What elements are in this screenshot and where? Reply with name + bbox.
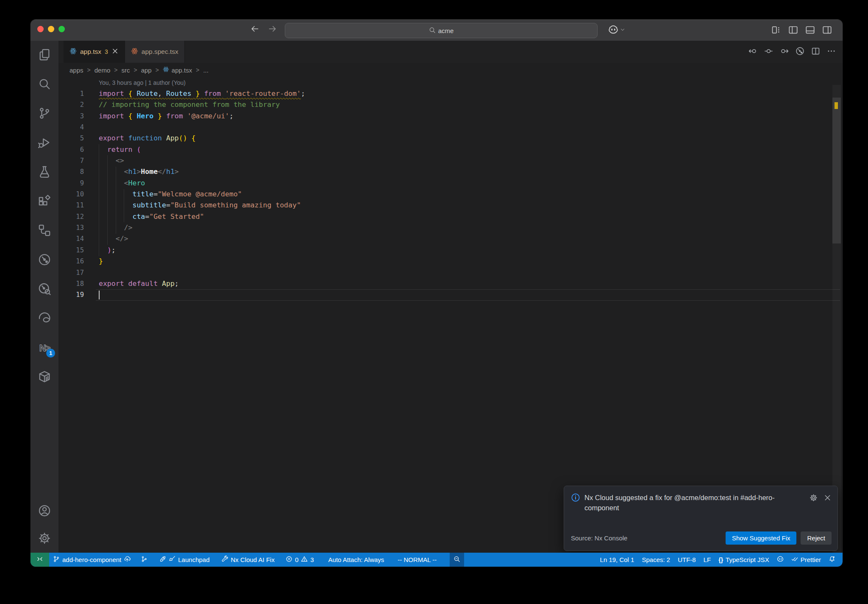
status-remote-indicator[interactable] [31, 553, 49, 567]
graph-icon [141, 556, 147, 564]
activity-containers[interactable] [31, 363, 58, 392]
activity-nx-console[interactable]: N>1 [31, 333, 58, 363]
info-icon [571, 493, 580, 504]
toggle-panel-icon[interactable] [805, 25, 815, 36]
line-number: 16 [58, 256, 84, 267]
edge-icon [38, 312, 51, 326]
line-number: 7 [58, 155, 84, 166]
status-problems[interactable]: 03 [282, 553, 318, 567]
previous-change-icon[interactable] [748, 47, 757, 57]
breadcrumb-separator: > [114, 67, 117, 73]
toggle-primary-sidebar-icon[interactable] [788, 25, 798, 36]
minimize-window-button[interactable] [48, 26, 54, 32]
status-vim-mode[interactable]: -- NORMAL -- [394, 553, 440, 567]
tab-app.tsx[interactable]: app.tsx3 [64, 41, 125, 63]
breadcrumb-item-app[interactable]: app [141, 67, 152, 74]
close-tab-icon[interactable] [111, 48, 119, 56]
code-line: 12 cta="Get Started" [58, 211, 843, 222]
remote-icon [36, 556, 43, 564]
code-line: 1import { Route, Routes } from 'react-ro… [58, 88, 843, 99]
breadcrumb-item-[interactable]: ... [203, 67, 209, 74]
line-number: 15 [58, 245, 84, 256]
status-label: 3 [310, 556, 314, 563]
toggle-secondary-sidebar-icon[interactable] [822, 25, 832, 36]
split-editor-icon[interactable] [811, 47, 820, 57]
copilot-menu[interactable] [608, 25, 626, 36]
goto-change-icon[interactable] [764, 47, 773, 57]
activity-source-control-graph[interactable] [31, 246, 58, 275]
status-eol[interactable]: LF [700, 553, 715, 567]
code-line-content: <Hero [99, 178, 145, 189]
notification-close-icon[interactable] [823, 494, 832, 503]
activity-extensions[interactable] [31, 187, 58, 216]
navigate-forward-icon[interactable] [268, 24, 277, 35]
code-line: 8 <h1>Home</h1> [58, 166, 843, 177]
activity-testing[interactable] [31, 158, 58, 187]
command-center-search[interactable]: acme [285, 23, 598, 38]
code-line-content: cta="Get Started" [99, 211, 204, 222]
zoom-out-icon [453, 556, 460, 564]
tab-app.spec.tsx[interactable]: app.spec.tsx [125, 41, 185, 63]
notification-settings-gear-icon[interactable] [810, 494, 818, 503]
code-line: 6 return ( [58, 144, 843, 155]
code-line: 3import { Hero } from '@acme/ui'; [58, 111, 843, 122]
notification-source: Source: Nx Console [571, 534, 627, 542]
code-line: 19 [58, 289, 843, 300]
paintbrush-icon [169, 556, 175, 564]
status-label: Auto Attach: Always [328, 556, 384, 563]
line-number: 6 [58, 144, 84, 155]
status-nx-cloud-ai-fix[interactable]: Nx Cloud AI Fix [218, 553, 278, 567]
activity-accounts[interactable] [31, 498, 58, 525]
activity-manage-settings[interactable] [31, 525, 58, 553]
status-indentation[interactable]: Spaces: 2 [638, 553, 674, 567]
navigate-back-icon[interactable] [250, 24, 259, 35]
tab-problems-badge: 3 [105, 48, 108, 55]
close-window-button[interactable] [37, 26, 44, 32]
code-editor[interactable]: You, 3 hours ago | 1 author (You) 1impor… [58, 77, 843, 553]
more-actions-icon[interactable] [827, 47, 836, 57]
customize-layout-icon[interactable] [771, 25, 781, 36]
status-formatter[interactable]: Prettier [787, 553, 825, 567]
breadcrumb-item-apps[interactable]: apps [70, 67, 83, 74]
status-notifications-bell[interactable] [825, 553, 839, 567]
status-zoom-indicator[interactable] [450, 553, 464, 567]
activity-source-control[interactable] [31, 99, 58, 129]
breadcrumb-item-apptsx[interactable]: app.tsx [163, 66, 192, 74]
copilot-icon [608, 25, 618, 36]
activity-references[interactable] [31, 216, 58, 246]
status-source-control-graph[interactable] [137, 553, 151, 567]
breadcrumb-item-demo[interactable]: demo [95, 67, 111, 74]
code-line: 15 ); [58, 245, 843, 256]
notification-toast: Nx Cloud suggested a fix for @acme/demo:… [564, 486, 838, 551]
status-launchpad[interactable]: Launchpad [156, 553, 213, 567]
breadcrumb-item-src[interactable]: src [121, 67, 130, 74]
activity-edge-devtools[interactable] [31, 304, 58, 333]
indent-guide [99, 144, 99, 256]
status-git-branch[interactable]: add-hero-component [49, 553, 134, 567]
scrollbar-thumb[interactable] [832, 98, 841, 243]
activity-search[interactable] [31, 70, 58, 99]
breadcrumb-separator: > [196, 67, 199, 73]
status-encoding[interactable]: UTF-8 [674, 553, 700, 567]
breadcrumb-label: demo [95, 67, 111, 74]
react-icon [131, 48, 138, 56]
status-cursor-position[interactable]: Ln 19, Col 1 [596, 553, 638, 567]
show-suggested-fix-button[interactable]: Show Suggested Fix [726, 531, 797, 545]
status-language-mode[interactable]: {}TypeScript JSX [715, 553, 773, 567]
next-change-icon[interactable] [780, 47, 789, 57]
status-auto-attach[interactable]: Auto Attach: Always [325, 553, 388, 567]
status-copilot-status[interactable] [773, 553, 787, 567]
check-double-icon [791, 556, 798, 564]
text-cursor [99, 291, 100, 299]
status-label: TypeScript JSX [726, 556, 769, 563]
status-label: 0 [295, 556, 298, 563]
source-control-run-icon[interactable] [796, 47, 804, 57]
activity-run-and-debug[interactable] [31, 129, 58, 158]
activity-commit-search[interactable] [31, 275, 58, 304]
activity-explorer[interactable] [31, 41, 58, 70]
line-number: 12 [58, 211, 84, 222]
reject-button[interactable]: Reject [801, 531, 832, 545]
breadcrumb-label: app [141, 67, 152, 74]
zoom-window-button[interactable] [58, 26, 65, 32]
breadcrumb-label: ... [203, 67, 209, 74]
